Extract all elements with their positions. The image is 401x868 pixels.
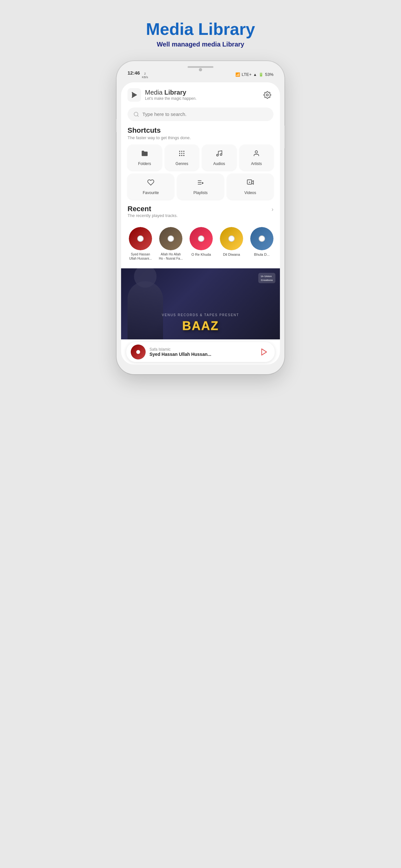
now-playing-bar[interactable]: Safa Islamic Syed Hassan Ullah Hussan...	[126, 342, 275, 362]
shortcut-folders[interactable]: Folders	[127, 145, 162, 170]
app-tagline: Let's make the magic happen.	[145, 96, 197, 101]
cd-hole	[198, 236, 204, 242]
shortcuts-section: Shortcuts The faster way to get things d…	[121, 126, 280, 199]
record-label-text: VENUS RECORDS & TAPES PRESENT	[121, 313, 280, 317]
track-name: O Re Khuda	[191, 252, 211, 257]
track-item[interactable]: Syed HassanUllah Hussani...	[127, 227, 153, 260]
cd-hole	[228, 236, 235, 242]
svg-point-6	[183, 153, 185, 154]
favourite-icon	[147, 179, 154, 188]
battery-percent: 53%	[265, 72, 274, 77]
track-item[interactable]: Allah Ho AllahHo - Nusrat Fa...	[158, 227, 184, 260]
svg-point-7	[179, 155, 181, 156]
status-right: 📶 LTE+ ▲ 🔋 53%	[235, 72, 274, 77]
lte-label: LTE+	[242, 72, 251, 77]
track-name: Bhula D...	[254, 252, 270, 257]
shortcuts-subtitle: The faster way to get things done.	[127, 135, 274, 140]
track-name: Dil Diwana	[223, 252, 240, 257]
search-input[interactable]	[143, 112, 268, 117]
genres-label: Genres	[176, 161, 188, 166]
page-wrapper: Media Library Well managed media Library…	[100, 6, 301, 374]
shortcut-videos[interactable]: Videos	[227, 174, 274, 199]
np-artist: Safa Islamic	[150, 347, 254, 352]
now-playing-thumb	[131, 345, 146, 360]
search-bar[interactable]	[127, 107, 274, 121]
svg-marker-19	[249, 182, 251, 183]
genres-icon	[178, 150, 185, 159]
track-thumb	[159, 227, 182, 250]
shortcuts-title: Shortcuts	[127, 126, 274, 135]
recent-subtitle: The recently played tracks.	[127, 213, 178, 218]
app-title-area: Media Library Let's make the magic happe…	[145, 89, 197, 101]
track-item[interactable]: Dil Diwana	[219, 227, 244, 260]
playlists-label: Playlists	[193, 190, 208, 195]
favourite-label: Favourite	[143, 190, 159, 195]
audios-icon	[216, 150, 223, 159]
settings-button[interactable]	[261, 89, 274, 101]
now-playing-play-button[interactable]	[258, 346, 270, 358]
battery-icon: 🔋	[258, 72, 264, 77]
np-track: Syed Hassan Ullah Hussan...	[150, 352, 254, 357]
svg-marker-18	[252, 181, 254, 184]
recent-more-chevron[interactable]: ›	[272, 206, 274, 213]
shortcut-genres[interactable]: Genres	[165, 145, 199, 170]
track-name: Syed HassanUllah Hussani...	[129, 252, 152, 260]
now-playing-info: Safa Islamic Syed Hassan Ullah Hussan...	[150, 347, 254, 357]
videos-label: Videos	[244, 190, 256, 195]
cd-hole	[258, 236, 265, 242]
track-thumb	[189, 227, 213, 250]
banner-logo: U• UnionCreations	[258, 273, 275, 283]
folder-icon	[141, 150, 148, 159]
app-title: Media Library	[145, 89, 197, 96]
cd-hole	[137, 236, 144, 242]
track-thumb	[250, 227, 274, 250]
signal-icon: ▲	[253, 72, 257, 77]
svg-point-10	[217, 154, 219, 156]
artists-icon	[253, 150, 260, 159]
wifi-icon: 📶	[235, 72, 240, 77]
shortcut-artists[interactable]: Artists	[240, 145, 274, 170]
cd-hole	[167, 236, 174, 242]
recent-tracks-list: Syed HassanUllah Hussani... Allah Ho All…	[127, 224, 274, 263]
svg-marker-20	[261, 349, 266, 355]
svg-point-5	[181, 153, 182, 154]
playlists-icon	[197, 179, 204, 188]
track-name: Allah Ho AllahHo - Nusrat Fa...	[159, 252, 183, 260]
recent-header: Recent The recently played tracks. ›	[127, 205, 274, 222]
status-time: 12:46	[127, 70, 140, 75]
track-thumb	[129, 227, 152, 250]
recent-section: Recent The recently played tracks. › Sye…	[121, 205, 280, 263]
search-icon	[133, 112, 139, 117]
svg-point-1	[179, 151, 181, 152]
app-logo	[127, 88, 141, 102]
status-left: 12:46 2 KB/s	[127, 70, 148, 79]
track-item[interactable]: Bhula D...	[249, 227, 274, 260]
hero-title: Media Library	[146, 20, 255, 39]
svg-point-4	[179, 153, 181, 154]
audios-label: Audios	[213, 161, 225, 166]
power-button	[284, 126, 286, 148]
track-item[interactable]: O Re Khuda	[188, 227, 214, 260]
svg-point-9	[183, 155, 185, 156]
svg-point-2	[181, 151, 182, 152]
camera-dot	[199, 68, 202, 71]
svg-point-12	[255, 151, 258, 153]
shortcuts-row2: Favourite Playlists	[127, 174, 274, 199]
folders-label: Folders	[138, 161, 151, 166]
album-title: BAAZ	[121, 319, 280, 333]
phone-screen: Media Library Let's make the magic happe…	[121, 82, 280, 365]
recent-title: Recent	[127, 205, 178, 213]
shortcut-audios[interactable]: Audios	[202, 145, 236, 170]
np-cd-hole	[136, 350, 140, 354]
shortcut-playlists[interactable]: Playlists	[177, 174, 224, 199]
svg-point-11	[220, 154, 222, 156]
phone-frame: 12:46 2 KB/s 📶 LTE+ ▲ 🔋 53%	[117, 61, 284, 374]
album-title-area: BAAZ	[121, 319, 280, 333]
videos-icon	[247, 179, 254, 188]
album-banner: U• UnionCreations VENUS RECORDS & TAPES …	[121, 268, 280, 339]
svg-point-3	[183, 151, 185, 152]
shortcut-favourite[interactable]: Favourite	[127, 174, 174, 199]
svg-point-8	[181, 155, 182, 156]
track-thumb	[220, 227, 243, 250]
recent-title-group: Recent The recently played tracks.	[127, 205, 178, 222]
